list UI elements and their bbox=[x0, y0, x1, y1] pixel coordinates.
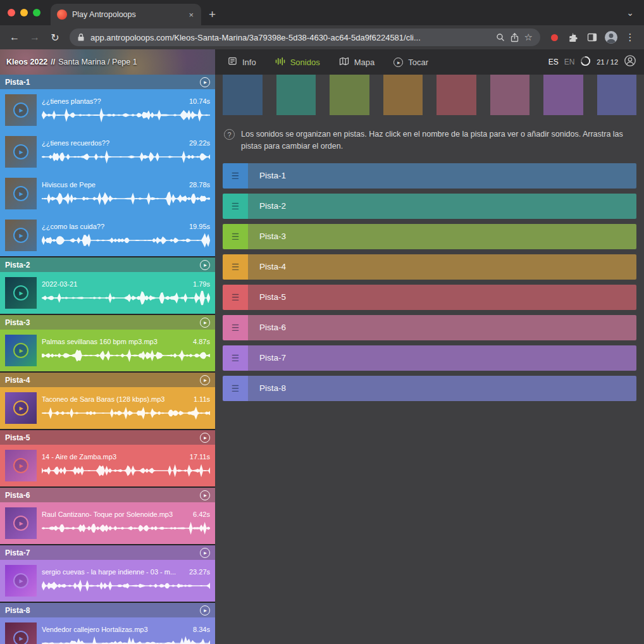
main-panel: ? Los sonidos se organizan en pistas. Ha… bbox=[215, 75, 644, 644]
breadcrumb-project[interactable]: Kleos 2022 bbox=[6, 58, 47, 66]
track-swatch[interactable] bbox=[490, 75, 530, 115]
sound-clip[interactable]: ▶ sergio cuevas - la harpe indienne - 03… bbox=[0, 560, 215, 602]
clip-play-overlay-icon[interactable]: ▶ bbox=[13, 228, 28, 243]
track-swatch[interactable] bbox=[597, 75, 637, 115]
tab-mapa[interactable]: Mapa bbox=[339, 57, 375, 68]
language-es[interactable]: ES bbox=[548, 58, 559, 66]
track-row[interactable]: ☰ Pista-1 bbox=[223, 163, 636, 189]
track-play-button[interactable]: ▶ bbox=[200, 548, 210, 558]
track-section-header[interactable]: Pista-5 ▶ bbox=[0, 430, 215, 445]
sound-clip[interactable]: ▶ Hiviscus de Pepe 28.78s bbox=[0, 173, 215, 214]
extensions-puzzle-icon[interactable] bbox=[564, 28, 582, 46]
track-swatch[interactable] bbox=[330, 75, 369, 115]
track-play-button[interactable]: ▶ bbox=[200, 490, 210, 500]
side-panel-icon[interactable] bbox=[583, 28, 601, 46]
zoom-window-button[interactable] bbox=[33, 9, 40, 16]
track-row[interactable]: ☰ Pista-3 bbox=[223, 224, 636, 249]
drag-handle-icon[interactable]: ☰ bbox=[223, 194, 248, 219]
drag-handle-icon[interactable]: ☰ bbox=[223, 345, 248, 371]
sound-clip[interactable]: ▶ Raul Cantizano- Toque por Solenoide.mp… bbox=[0, 502, 215, 544]
zoom-icon[interactable] bbox=[496, 33, 505, 42]
address-bar[interactable]: app.antropoloops.com/Kleos-Santa-Marina/… bbox=[70, 28, 540, 46]
new-tab-button[interactable]: + bbox=[201, 4, 223, 25]
sound-clip[interactable]: ▶ 14 - Aire de Zamba.mp3 17.11s bbox=[0, 445, 215, 486]
bookmark-star-icon[interactable]: ☆ bbox=[524, 32, 533, 43]
tab-sonidos-label: Sonidos bbox=[290, 58, 320, 67]
track-play-button[interactable]: ▶ bbox=[200, 318, 210, 328]
drag-handle-icon[interactable]: ☰ bbox=[223, 163, 248, 189]
clip-thumbnail: ▶ bbox=[5, 136, 37, 168]
tab-close-icon[interactable]: × bbox=[187, 10, 195, 20]
clip-play-overlay-icon[interactable]: ▶ bbox=[13, 285, 28, 300]
close-window-button[interactable] bbox=[8, 9, 15, 16]
clip-waveform bbox=[42, 347, 210, 364]
clip-waveform bbox=[42, 462, 210, 479]
clip-play-overlay-icon[interactable]: ▶ bbox=[13, 573, 28, 588]
record-extension-icon[interactable] bbox=[545, 28, 563, 46]
share-icon[interactable] bbox=[511, 33, 519, 42]
back-button[interactable]: ← bbox=[5, 28, 24, 47]
track-swatch[interactable] bbox=[223, 75, 263, 115]
track-section-header[interactable]: Pista-6 ▶ bbox=[0, 488, 215, 502]
clip-play-overlay-icon[interactable]: ▶ bbox=[13, 458, 28, 473]
tab-search-chevron-icon[interactable]: ⌄ bbox=[616, 8, 644, 18]
track-play-button[interactable]: ▶ bbox=[200, 260, 210, 270]
clip-play-overlay-icon[interactable]: ▶ bbox=[13, 102, 28, 118]
track-swatch[interactable] bbox=[276, 75, 316, 115]
clip-play-overlay-icon[interactable]: ▶ bbox=[13, 186, 28, 201]
sound-clip[interactable]: ▶ ¿¿como las cuida?? 19.95s bbox=[0, 214, 215, 256]
clip-title: Hiviscus de Pepe bbox=[42, 181, 185, 189]
browser-menu-icon[interactable]: ⋮ bbox=[621, 28, 639, 46]
drag-handle-icon[interactable]: ☰ bbox=[223, 224, 248, 249]
tab-info-label: Info bbox=[242, 58, 256, 67]
forward-button[interactable]: → bbox=[25, 28, 44, 47]
track-play-button[interactable]: ▶ bbox=[200, 605, 210, 616]
track-play-button[interactable]: ▶ bbox=[200, 433, 210, 443]
track-row[interactable]: ☰ Pista-7 bbox=[223, 345, 636, 371]
sound-clip[interactable]: ▶ ¿¿tienes recuerdos?? 29.22s bbox=[0, 131, 215, 173]
track-swatch[interactable] bbox=[437, 75, 476, 115]
track-section-header[interactable]: Pista-7 ▶ bbox=[0, 545, 215, 560]
track-section-header[interactable]: Pista-1 ▶ bbox=[0, 75, 215, 89]
clip-play-overlay-icon[interactable]: ▶ bbox=[13, 631, 28, 644]
track-section-header[interactable]: Pista-8 ▶ bbox=[0, 603, 215, 617]
account-icon[interactable] bbox=[624, 54, 636, 70]
drag-handle-icon[interactable]: ☰ bbox=[223, 376, 248, 401]
clip-play-overlay-icon[interactable]: ▶ bbox=[13, 516, 28, 531]
sound-clip[interactable]: ▶ Palmas sevillanas 160 bpm mp3.mp3 4.87… bbox=[0, 330, 215, 371]
track-section-header[interactable]: Pista-3 ▶ bbox=[0, 315, 215, 330]
track-play-button[interactable]: ▶ bbox=[200, 375, 210, 385]
browser-tab[interactable]: Play Antropoloops × bbox=[51, 4, 201, 25]
drag-handle-icon[interactable]: ☰ bbox=[223, 254, 248, 280]
drag-handle-icon[interactable]: ☰ bbox=[223, 285, 248, 310]
drag-handle-icon[interactable]: ☰ bbox=[223, 315, 248, 340]
tab-favicon-icon bbox=[57, 9, 67, 20]
track-play-button[interactable]: ▶ bbox=[200, 77, 210, 87]
track-swatch[interactable] bbox=[383, 75, 423, 115]
lock-icon[interactable] bbox=[77, 33, 85, 42]
track-row[interactable]: ☰ Pista-8 bbox=[223, 376, 636, 401]
track-row[interactable]: ☰ Pista-2 bbox=[223, 194, 636, 219]
minimize-window-button[interactable] bbox=[20, 9, 28, 16]
clip-play-overlay-icon[interactable]: ▶ bbox=[13, 144, 28, 159]
clip-duration: 8.34s bbox=[193, 626, 210, 633]
play-circle-icon: ▶ bbox=[393, 58, 403, 67]
track-section-header[interactable]: Pista-4 ▶ bbox=[0, 373, 215, 387]
clip-play-overlay-icon[interactable]: ▶ bbox=[13, 343, 28, 358]
sound-clip[interactable]: ▶ ¿¿tienes plantas?? 10.74s bbox=[0, 89, 215, 131]
sound-clip[interactable]: ▶ 2022-03-21 1.79s bbox=[0, 272, 215, 314]
track-section-header[interactable]: Pista-2 ▶ bbox=[0, 257, 215, 272]
language-en[interactable]: EN bbox=[564, 58, 575, 66]
profile-avatar[interactable] bbox=[602, 28, 620, 46]
track-row[interactable]: ☰ Pista-5 bbox=[223, 285, 636, 310]
reload-button[interactable]: ↻ bbox=[46, 28, 65, 47]
clip-play-overlay-icon[interactable]: ▶ bbox=[13, 400, 28, 416]
tab-tocar[interactable]: ▶ Tocar bbox=[393, 58, 428, 67]
track-row[interactable]: ☰ Pista-6 bbox=[223, 315, 636, 340]
sound-clip[interactable]: ▶ Vendedor callejero Hortalizas.mp3 8.34… bbox=[0, 617, 215, 644]
track-swatch[interactable] bbox=[543, 75, 583, 115]
tab-info[interactable]: Info bbox=[228, 56, 256, 68]
track-row[interactable]: ☰ Pista-4 bbox=[223, 254, 636, 280]
tab-sonidos[interactable]: Sonidos bbox=[275, 57, 320, 68]
sound-clip[interactable]: ▶ Taconeo de Sara Baras (128 kbps).mp3 1… bbox=[0, 387, 215, 429]
